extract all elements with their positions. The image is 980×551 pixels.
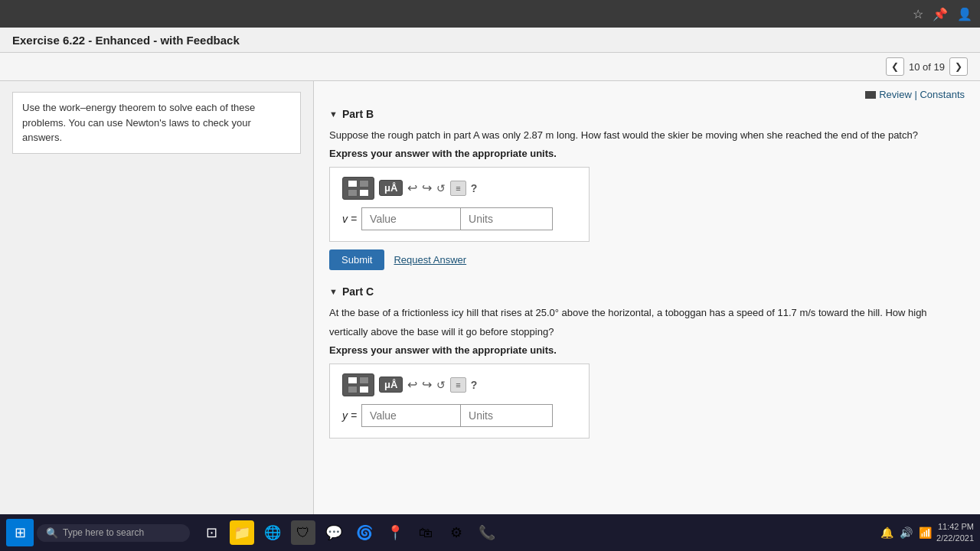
grid-icon-c [348, 377, 369, 393]
part-b-problem-text: Suppose the rough patch in part A was on… [329, 128, 965, 143]
part-b-section: ▼ Part B Suppose the rough patch in part… [329, 108, 965, 270]
review-constants-link[interactable]: Review | Constants [879, 89, 965, 100]
search-icon: 🔍 [46, 527, 58, 539]
part-c-label: Part C [342, 285, 374, 298]
content-layout: Use the work–energy theorem to solve eac… [0, 81, 980, 540]
part-b-toolbar: μÅ ↩ ↪ ↺ ≡ ? [342, 177, 577, 200]
taskbar-date-display: 2/22/2021 [936, 533, 974, 544]
instruction-text: Use the work–energy theorem to solve eac… [22, 102, 255, 143]
exercise-header: Exercise 6.22 - Enhanced - with Feedback [0, 28, 980, 53]
request-answer-link-b[interactable]: Request Answer [394, 254, 466, 266]
main-area: ❮ 10 of 19 ❯ Use the work–energy theorem… [0, 53, 980, 540]
part-c-toolbar: μÅ ↩ ↪ ↺ ≡ ? [342, 373, 577, 396]
prev-button[interactable]: ❮ [886, 57, 904, 76]
taskbar-app-explorer[interactable]: 📁 [230, 520, 254, 545]
taskbar-right: 🔔 🔊 📶 11:42 PM 2/22/2021 [880, 521, 974, 545]
lines-button-c[interactable]: ≡ [450, 377, 466, 393]
star-icon[interactable]: ☆ [913, 7, 923, 21]
part-b-express-text: Express your answer with the appropriate… [329, 148, 965, 159]
taskbar-app-settings[interactable]: ⚙ [444, 520, 469, 545]
lines-button-b[interactable]: ≡ [450, 181, 466, 196]
right-panel: Review | Constants ▼ Part B Suppose the … [314, 81, 980, 540]
pin-icon[interactable]: 📌 [933, 7, 948, 21]
part-b-header: ▼ Part B [329, 108, 965, 120]
mu-button-b[interactable]: μÅ [379, 180, 403, 196]
start-button[interactable]: ⊞ [6, 519, 34, 546]
instruction-box: Use the work–energy theorem to solve eac… [12, 92, 301, 154]
taskbar-app-task-view[interactable]: ⊡ [199, 520, 224, 545]
part-c-header: ▼ Part C [329, 285, 965, 298]
undo-button-b[interactable]: ↩ [407, 181, 417, 195]
part-c-var-label: y = [342, 409, 357, 422]
next-button[interactable]: ❯ [949, 57, 968, 76]
undo-button-c[interactable]: ↩ [407, 377, 417, 392]
taskbar-system-icons: 🔔 🔊 📶 [880, 527, 932, 539]
search-placeholder: Type here to search [63, 527, 144, 538]
part-b-value-input[interactable] [361, 207, 461, 230]
person-icon[interactable]: 👤 [957, 7, 972, 21]
grid-button-c[interactable] [342, 373, 374, 396]
taskbar-clock: 11:42 PM 2/22/2021 [936, 521, 974, 545]
submit-button-b[interactable]: Submit [329, 249, 384, 270]
refresh-button-b[interactable]: ↺ [436, 182, 446, 194]
taskbar: ⊞ 🔍 Type here to search ⊡ 📁 🌐 🛡 💬 🌀 📍 🛍 … [0, 514, 980, 551]
taskbar-app-store[interactable]: 🛍 [413, 520, 438, 545]
mu-button-c[interactable]: μÅ [379, 377, 403, 393]
part-b-input-row: v = [342, 207, 577, 230]
part-c-problem-text-1: At the base of a frictionless icy hill t… [329, 305, 965, 321]
taskbar-network-icon: 🔔 [880, 527, 893, 539]
taskbar-app-whatsapp[interactable]: 💬 [322, 520, 346, 545]
part-c-answer-box: μÅ ↩ ↪ ↺ ≡ ? y = [329, 364, 590, 439]
part-c-value-input[interactable] [361, 404, 461, 427]
taskbar-app-edge[interactable]: 🌐 [260, 520, 285, 545]
nav-bar: ❮ 10 of 19 ❯ [0, 53, 980, 81]
taskbar-app-maps[interactable]: 📍 [383, 520, 407, 545]
part-b-arrow[interactable]: ▼ [329, 109, 338, 119]
taskbar-volume-icon: 🔊 [900, 527, 913, 539]
taskbar-apps: ⊡ 📁 🌐 🛡 💬 🌀 📍 🛍 ⚙ 📞 [199, 520, 499, 545]
part-c-express-text: Express your answer with the appropriate… [329, 344, 965, 356]
grid-icon-b [348, 180, 369, 197]
review-icon [865, 91, 876, 99]
part-b-units-input[interactable] [461, 207, 553, 230]
redo-button-c[interactable]: ↪ [422, 377, 432, 392]
taskbar-app-shield[interactable]: 🛡 [291, 520, 315, 545]
part-c-arrow[interactable]: ▼ [329, 287, 338, 296]
part-c-units-input[interactable] [461, 404, 553, 427]
help-button-b[interactable]: ? [471, 182, 478, 194]
part-b-label: Part B [342, 108, 374, 120]
redo-button-b[interactable]: ↪ [422, 181, 432, 195]
part-b-submit-row: Submit Request Answer [329, 249, 965, 270]
part-c-problem-text-2: vertically above the base will it go bef… [329, 324, 965, 340]
part-b-answer-box: μÅ ↩ ↪ ↺ ≡ ? v = [329, 167, 590, 242]
page-indicator: 10 of 19 [909, 61, 945, 73]
search-bar[interactable]: 🔍 Type here to search [37, 524, 190, 542]
taskbar-app-chrome[interactable]: 🌀 [352, 520, 377, 545]
part-c-section: ▼ Part C At the base of a frictionless i… [329, 285, 965, 439]
part-b-var-label: v = [342, 213, 357, 225]
taskbar-app-whatsapp2[interactable]: 📞 [475, 520, 499, 545]
part-c-input-row: y = [342, 404, 577, 427]
taskbar-wifi-icon: 📶 [919, 527, 932, 539]
refresh-button-c[interactable]: ↺ [436, 379, 446, 391]
browser-top-bar: ☆ 📌 👤 [0, 0, 980, 28]
exercise-title: Exercise 6.22 - Enhanced - with Feedback [12, 34, 240, 47]
review-bar: Review | Constants [329, 89, 965, 100]
grid-button-b[interactable] [342, 177, 374, 200]
taskbar-time-display: 11:42 PM [936, 521, 974, 533]
left-panel: Use the work–energy theorem to solve eac… [0, 81, 314, 540]
nav-controls: ❮ 10 of 19 ❯ [886, 57, 968, 76]
help-button-c[interactable]: ? [471, 379, 478, 391]
